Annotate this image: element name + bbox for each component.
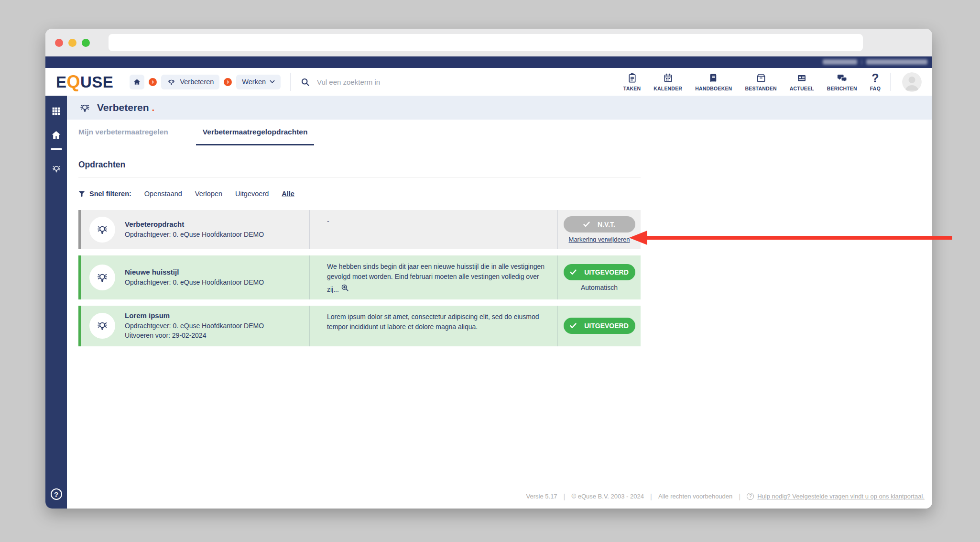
footer-help-link[interactable]: ? Hulp nodig? Veelgestelde vragen vindt …	[747, 493, 925, 500]
chevron-down-icon	[270, 80, 275, 84]
nav-label: TAKEN	[623, 86, 641, 91]
footer-version: Versie 5.17	[526, 493, 557, 500]
question-circle-icon: ?	[747, 493, 754, 500]
nav-label: ACTUEEL	[790, 86, 814, 91]
page-footer: Versie 5.17 | © eQuse B.V. 2003 - 2024 |…	[67, 484, 932, 509]
description-text: We hebben sinds begin dit jaar een nieuw…	[327, 263, 544, 293]
check-icon	[583, 221, 590, 227]
nav-item-kalender[interactable]: KALENDER	[653, 72, 682, 91]
filter-label-text: Snel filteren:	[89, 190, 131, 198]
logo-text: E	[56, 74, 67, 90]
filter-verlopen[interactable]: Verlopen	[195, 190, 222, 198]
browser-window: | EQUSE Verbeteren	[45, 29, 932, 509]
lightbulb-icon	[78, 101, 91, 114]
clipboard-icon	[627, 72, 638, 84]
redacted-user-info: |	[823, 59, 927, 65]
sidebar-home-icon[interactable]	[51, 130, 62, 141]
status-substatus: Automatisch	[581, 284, 618, 291]
sidebar-divider	[51, 148, 62, 150]
minimize-window-button[interactable]	[68, 39, 76, 47]
status-pill-uitgevoerd[interactable]: UITGEVOERD	[564, 264, 635, 280]
card-text: Lorem ipsum Opdrachtgever: 0. eQuse Hoof…	[125, 311, 264, 341]
description-text: -	[327, 217, 329, 225]
header-nav: TAKEN KALENDER HANDBOEKEN BESTANDEN ACTU…	[623, 72, 881, 91]
status-label: N.V.T.	[598, 221, 615, 228]
tab-mijn-verbetermaatregelen[interactable]: Mijn verbetermaatregelen	[78, 120, 175, 145]
maximize-window-button[interactable]	[82, 39, 90, 47]
opdrachten-list: Verbeteropdracht Opdrachtgever: 0. eQuse…	[78, 210, 932, 346]
card-left: Nieuwe huisstijl Opdrachtgever: 0. eQuse…	[81, 255, 309, 299]
tab-verbetermaatregelopdrachten[interactable]: Verbetermaatregelopdrachten	[196, 120, 315, 145]
calendar-icon	[663, 72, 674, 84]
home-icon	[133, 78, 141, 86]
search-icon	[300, 77, 310, 87]
breadcrumb-home[interactable]	[130, 75, 144, 89]
workspace: ? Verbeteren . Mijn verbetermaatregelen …	[45, 96, 932, 509]
lightbulb-icon	[167, 77, 176, 87]
footer-separator: |	[739, 492, 740, 500]
nav-item-berichten[interactable]: BERICHTEN	[827, 72, 857, 91]
book-icon	[708, 72, 719, 84]
apps-grid-icon[interactable]	[51, 106, 61, 116]
filter-openstaand[interactable]: Openstaand	[144, 190, 182, 198]
footer-help-text: Hulp nodig? Veelgestelde vragen vindt u …	[757, 493, 925, 500]
search-box	[300, 77, 433, 87]
tab-bar: Mijn verbetermaatregelen Verbetermaatreg…	[67, 120, 932, 145]
user-avatar[interactable]	[902, 72, 922, 92]
header-divider	[290, 73, 291, 91]
opdracht-card-verbeteropdracht[interactable]: Verbeteropdracht Opdrachtgever: 0. eQuse…	[78, 210, 641, 249]
newspaper-icon	[796, 72, 807, 84]
funnel-icon	[78, 191, 85, 197]
close-window-button[interactable]	[55, 39, 63, 47]
redacted-separator: |	[861, 59, 862, 65]
nav-item-handboeken[interactable]: HANDBOEKEN	[695, 72, 732, 91]
help-icon[interactable]: ?	[51, 488, 62, 500]
breadcrumb-werken-dropdown[interactable]: Werken	[236, 75, 281, 89]
description-text: Lorem ipsum dolor sit amet, consectetur …	[327, 313, 539, 331]
footer-copyright: © eQuse B.V. 2003 - 2024	[572, 493, 644, 500]
breadcrumb: Verbeteren Werken	[130, 75, 281, 89]
nav-item-actueel[interactable]: ACTUEEL	[790, 72, 814, 91]
page-title: Verbeteren	[97, 102, 149, 113]
card-description: Lorem ipsum dolor sit amet, consectetur …	[309, 306, 558, 346]
redacted-text	[866, 59, 927, 65]
nav-item-taken[interactable]: TAKEN	[623, 72, 641, 91]
footer-rights: Alle rechten voorbehouden	[658, 493, 732, 500]
zoom-in-icon[interactable]	[341, 284, 349, 292]
markering-verwijderen-link[interactable]: Markering verwijderen	[569, 236, 630, 243]
opdracht-card-nieuwe-huisstijl[interactable]: Nieuwe huisstijl Opdrachtgever: 0. eQuse…	[78, 255, 641, 299]
filter-label: Snel filteren:	[78, 190, 131, 198]
lightbulb-icon	[95, 222, 109, 237]
screenshot-stage: | EQUSE Verbeteren	[0, 0, 980, 542]
main-panel: Verbeteren . Mijn verbetermaatregelen Ve…	[67, 96, 932, 509]
card-opdrachtgever: Opdrachtgever: 0. eQuse Hoofdkantoor DEM…	[125, 230, 264, 239]
breadcrumb-verbeteren[interactable]: Verbeteren	[161, 75, 219, 89]
equse-logo[interactable]: EQUSE	[56, 73, 113, 90]
nav-label: BESTANDEN	[745, 86, 776, 91]
nav-label: HANDBOEKEN	[695, 86, 732, 91]
status-label: UITGEVOERD	[584, 322, 629, 330]
status-pill-uitgevoerd[interactable]: UITGEVOERD	[564, 318, 635, 334]
sidebar-verbeteren-icon[interactable]	[51, 163, 62, 175]
address-bar[interactable]	[109, 34, 863, 51]
card-status-column: UITGEVOERD Automatisch	[558, 255, 641, 299]
redacted-text	[823, 59, 857, 65]
nav-item-faq[interactable]: ? FAQ	[870, 72, 881, 91]
left-sidebar: ?	[45, 96, 67, 509]
status-pill-nvt[interactable]: N.V.T.	[564, 216, 635, 232]
card-deadline: Uitvoeren voor: 29-02-2024	[125, 331, 264, 340]
card-description: We hebben sinds begin dit jaar een nieuw…	[309, 255, 558, 299]
card-status-column: UITGEVOERD	[558, 306, 641, 346]
header-divider	[890, 73, 891, 91]
breadcrumb-label: Werken	[242, 78, 266, 86]
card-opdrachtgever: Opdrachtgever: 0. eQuse Hoofdkantoor DEM…	[125, 277, 264, 287]
opdracht-card-lorem-ipsum[interactable]: Lorem ipsum Opdrachtgever: 0. eQuse Hoof…	[78, 306, 641, 346]
filter-uitgevoerd[interactable]: Uitgevoerd	[235, 190, 269, 198]
filter-alle[interactable]: Alle	[282, 190, 294, 198]
nav-label: KALENDER	[653, 86, 682, 91]
search-input[interactable]	[316, 77, 433, 87]
question-icon: ?	[871, 72, 879, 84]
card-title: Nieuwe huisstijl	[125, 268, 264, 276]
nav-item-bestanden[interactable]: BESTANDEN	[745, 72, 776, 91]
check-icon	[570, 323, 577, 329]
